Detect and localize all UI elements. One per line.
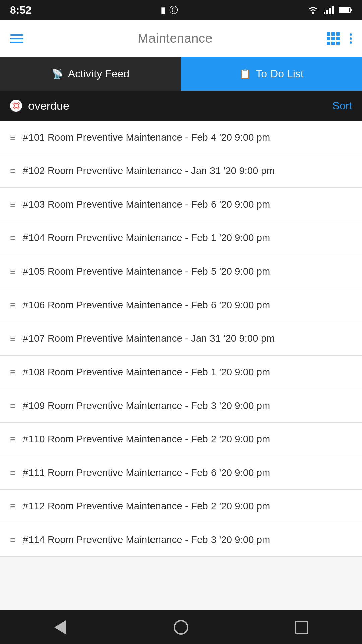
list-item[interactable]: ≡ #108 Room Preventive Maintenance - Feb… — [0, 356, 362, 389]
tab-activity-feed[interactable]: 📡 Activity Feed — [0, 57, 181, 91]
maintenance-list: ≡ #101 Room Preventive Maintenance - Feb… — [0, 121, 362, 557]
list-item-text: #103 Room Preventive Maintenance - Feb 6… — [23, 199, 270, 210]
inbox-icon: 📋 — [239, 68, 251, 79]
battery-icon — [339, 6, 352, 14]
sort-button[interactable]: Sort — [332, 100, 352, 112]
list-item-icon: ≡ — [10, 199, 15, 210]
grid-view-button[interactable] — [327, 32, 340, 45]
status-center-icons: ▮ Ⓒ — [161, 4, 178, 16]
hamburger-menu-button[interactable] — [10, 34, 23, 43]
list-item-text: #102 Room Preventive Maintenance - Jan 3… — [23, 165, 275, 176]
back-icon — [54, 620, 66, 635]
status-right-icons — [307, 6, 352, 14]
list-item[interactable]: ≡ #114 Room Preventive Maintenance - Feb… — [0, 523, 362, 557]
more-options-button[interactable] — [350, 33, 352, 44]
bottom-nav — [0, 610, 362, 644]
list-item-icon: ≡ — [10, 535, 15, 545]
status-bar: 8:52 ▮ Ⓒ — [0, 0, 362, 20]
list-item-text: #104 Room Preventive Maintenance - Feb 1… — [23, 232, 270, 244]
list-item[interactable]: ≡ #112 Room Preventive Maintenance - Feb… — [0, 490, 362, 523]
svg-rect-3 — [329, 8, 331, 14]
rss-icon: 📡 — [52, 68, 63, 79]
app-bar-actions — [327, 32, 352, 45]
list-item-text: #107 Room Preventive Maintenance - Jan 3… — [23, 333, 275, 344]
status-time: 8:52 — [10, 4, 32, 16]
list-item[interactable]: ≡ #105 Room Preventive Maintenance - Feb… — [0, 255, 362, 288]
back-button[interactable] — [47, 614, 74, 641]
list-item-icon: ≡ — [10, 501, 15, 512]
list-item-text: #111 Room Preventive Maintenance - Feb 6… — [23, 467, 270, 478]
list-item-icon: ≡ — [10, 166, 15, 176]
list-item-icon: ≡ — [10, 367, 15, 378]
svg-rect-6 — [339, 8, 349, 12]
tab-activity-feed-label: Activity Feed — [68, 68, 129, 80]
app-bar-title: Maintenance — [138, 31, 213, 46]
list-item-icon: ≡ — [10, 468, 15, 478]
list-item[interactable]: ≡ #110 Room Preventive Maintenance - Feb… — [0, 423, 362, 456]
list-item-icon: ≡ — [10, 300, 15, 311]
tab-to-do-list[interactable]: 📋 To Do List — [181, 57, 362, 91]
section-header: 💢 overdue Sort — [0, 91, 362, 121]
list-item[interactable]: ≡ #111 Room Preventive Maintenance - Feb… — [0, 456, 362, 490]
list-item-text: #105 Room Preventive Maintenance - Feb 5… — [23, 266, 270, 277]
list-item-text: #106 Room Preventive Maintenance - Feb 6… — [23, 300, 270, 311]
list-item-icon: ≡ — [10, 333, 15, 344]
list-item[interactable]: ≡ #107 Room Preventive Maintenance - Jan… — [0, 322, 362, 356]
svg-rect-7 — [350, 9, 352, 11]
sim-card-icon: ▮ — [161, 5, 165, 15]
svg-rect-2 — [326, 10, 328, 14]
list-item-text: #109 Room Preventive Maintenance - Feb 3… — [23, 400, 270, 411]
list-item[interactable]: ≡ #101 Room Preventive Maintenance - Feb… — [0, 121, 362, 154]
list-item-text: #110 Room Preventive Maintenance - Feb 2… — [23, 434, 270, 445]
list-item-icon: ≡ — [10, 266, 15, 277]
list-item[interactable]: ≡ #109 Room Preventive Maintenance - Feb… — [0, 389, 362, 423]
svg-rect-4 — [332, 6, 334, 14]
svg-rect-1 — [324, 12, 325, 14]
list-item[interactable]: ≡ #103 Room Preventive Maintenance - Feb… — [0, 188, 362, 221]
list-item-icon: ≡ — [10, 132, 15, 143]
list-item-icon: ≡ — [10, 434, 15, 445]
list-item-icon: ≡ — [10, 400, 15, 411]
section-header-left: 💢 overdue — [10, 99, 69, 112]
list-item-icon: ≡ — [10, 233, 15, 244]
do-not-disturb-icon: Ⓒ — [169, 4, 178, 16]
home-icon — [174, 620, 188, 635]
list-item[interactable]: ≡ #106 Room Preventive Maintenance - Feb… — [0, 288, 362, 322]
overdue-icon: 💢 — [10, 100, 22, 112]
app-bar: Maintenance — [0, 20, 362, 57]
tab-bar: 📡 Activity Feed 📋 To Do List — [0, 57, 362, 91]
signal-icon — [324, 6, 334, 14]
list-item[interactable]: ≡ #102 Room Preventive Maintenance - Jan… — [0, 154, 362, 188]
tab-to-do-list-label: To Do List — [256, 68, 303, 80]
list-item-text: #112 Room Preventive Maintenance - Feb 2… — [23, 501, 270, 512]
recent-icon — [295, 621, 308, 634]
list-item-text: #108 Room Preventive Maintenance - Feb 1… — [23, 367, 270, 378]
recent-apps-button[interactable] — [288, 614, 315, 641]
section-header-label: overdue — [28, 99, 69, 112]
home-button[interactable] — [168, 614, 194, 641]
list-item[interactable]: ≡ #104 Room Preventive Maintenance - Feb… — [0, 221, 362, 255]
svg-point-0 — [312, 12, 314, 14]
list-item-text: #101 Room Preventive Maintenance - Feb 4… — [23, 132, 270, 143]
wifi-icon — [307, 6, 319, 14]
list-item-text: #114 Room Preventive Maintenance - Feb 3… — [23, 534, 270, 545]
